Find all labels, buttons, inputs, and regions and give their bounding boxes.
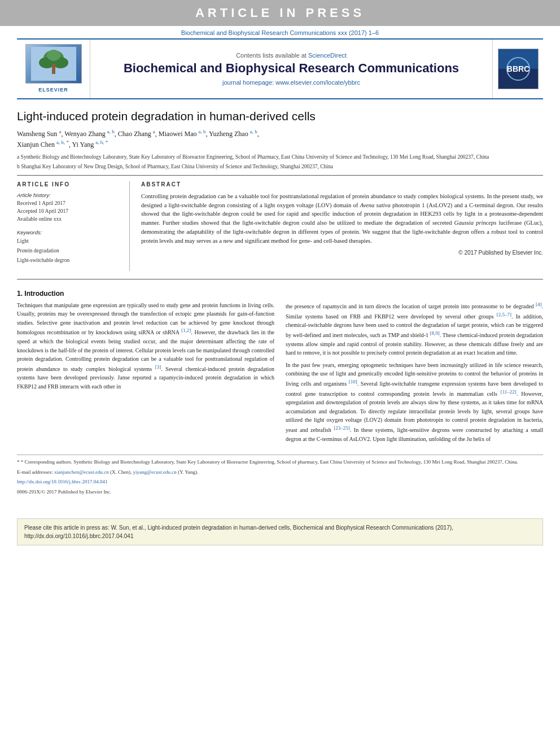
authors-line: Wansheng Sun a, Wenyao Zhang a, b, Chao … (17, 128, 543, 150)
intro-p2: the presence of rapamycin and in turn di… (286, 301, 543, 357)
keyword-3: Light-switchable degron (17, 256, 121, 265)
paper-title: Light-induced protein degradation in hum… (17, 108, 543, 124)
bbrc-logo-box: BBRC (498, 49, 539, 89)
doi-line: http://dx.doi.org/10.1016/j.bbrc.2017.04… (17, 478, 543, 486)
citation-bar: Please cite this article in press as: W.… (17, 518, 543, 545)
main-content: Light-induced protein degradation in hum… (0, 99, 560, 509)
journal-link-text: Biochemical and Biophysical Research Com… (181, 29, 379, 36)
introduction-section: 1. Introduction Techniques that manipula… (17, 290, 543, 447)
affiliation-b: b Shanghai Key Laboratory of New Drug De… (17, 163, 543, 171)
available-text: Available online xxx (17, 215, 121, 223)
footnote-corresponding: * * Corresponding authors. Synthetic Bio… (17, 458, 543, 466)
email1-link[interactable]: xianjunchen@ecust.edu.cn (54, 469, 109, 475)
ref-10[interactable]: [10] (349, 379, 357, 385)
article-info-label: ARTICLE INFO (17, 181, 121, 187)
banner-text: ARTICLE IN PRESS (195, 6, 365, 20)
history-label: Article history: (17, 192, 121, 198)
article-info-col: ARTICLE INFO Article history: Received 1… (17, 181, 130, 271)
ref-1-2[interactable]: [1,2] (181, 327, 191, 333)
intro-p1: Techniques that manipulate gene expressi… (17, 301, 274, 391)
introduction-heading: 1. Introduction (17, 290, 543, 298)
keyword-2: Protein degradation (17, 246, 121, 256)
keywords-list: Light Protein degradation Light-switchab… (17, 237, 121, 265)
svg-point-5 (47, 50, 60, 61)
ref-4[interactable]: [4] (536, 302, 542, 307)
corresponding-text: * Corresponding authors. Synthetic Biolo… (21, 459, 518, 465)
received-text: Received 1 April 2017 (17, 199, 121, 207)
elsevier-logo-box (25, 44, 82, 84)
journal-link-line: Biochemical and Biophysical Research Com… (0, 26, 560, 38)
footnotes-section: * * Corresponding authors. Synthetic Bio… (17, 455, 543, 496)
elsevier-label: ELSEVIER (38, 86, 68, 94)
svg-rect-4 (52, 64, 55, 74)
footnote-email: E-mail addresses: xianjunchen@ecust.edu.… (17, 469, 543, 477)
article-in-press-banner: ARTICLE IN PRESS (0, 0, 560, 26)
journal-header-left: ELSEVIER (17, 40, 90, 98)
article-history-block: Article history: Received 1 April 2017 A… (17, 192, 121, 224)
article-info-abstract-section: ARTICLE INFO Article history: Received 1… (17, 181, 543, 271)
keywords-label: Keywords: (17, 229, 121, 235)
introduction-two-col: Techniques that manipulate gene expressi… (17, 301, 543, 447)
journal-header-right: BBRC (492, 40, 543, 98)
keyword-1: Light (17, 237, 121, 246)
ref-3[interactable]: [3] (155, 364, 161, 370)
abstract-label: ABSTRACT (141, 181, 543, 187)
doi-link[interactable]: http://dx.doi.org/10.1016/j.bbrc.2017.04… (17, 479, 108, 484)
email2-link[interactable]: yiyang@ecust.edu.cn (133, 469, 177, 475)
page-wrapper: ARTICLE IN PRESS Biochemical and Biophys… (0, 0, 560, 747)
accepted-text: Accepted 10 April 2017 (17, 207, 121, 215)
bbrc-logo-icon: BBRC (498, 49, 538, 89)
journal-title-header: Biochemical and Biophysical Research Com… (124, 61, 459, 76)
citation-text: Please cite this article in press as: W.… (24, 525, 453, 539)
intro-col-right: the presence of rapamycin and in turn di… (286, 301, 543, 447)
sciencedirect-link[interactable]: ScienceDirect (308, 52, 347, 59)
svg-text:BBRC: BBRC (506, 64, 529, 73)
journal-header-center: Contents lists available at ScienceDirec… (90, 40, 492, 98)
ref-11-22[interactable]: [11–22] (501, 389, 517, 395)
copyright-line: © 2017 Published by Elsevier Inc. (141, 250, 543, 256)
email2-name: (Y. Yang). (178, 469, 198, 475)
issn-text: 0006-291X/© 2017 Published by Elsevier I… (17, 489, 111, 495)
intro-p3: In the past few years, emerging optogene… (286, 361, 543, 443)
issn-line: 0006-291X/© 2017 Published by Elsevier I… (17, 488, 543, 496)
ref-2-5-7[interactable]: [2,5–7] (497, 312, 511, 317)
intro-col-left: Techniques that manipulate gene expressi… (17, 301, 274, 447)
ref-23-25[interactable]: [23–25] (334, 425, 350, 431)
journal-homepage: journal homepage: www.elsevier.com/locat… (222, 79, 360, 86)
email1-name: (X. Chen), (110, 469, 132, 475)
divider-top (17, 175, 543, 176)
journal-header: ELSEVIER Contents lists available at Sci… (17, 38, 543, 99)
elsevier-tree-icon (31, 47, 76, 81)
abstract-text: Controlling protein degradation can be a… (141, 192, 543, 246)
contents-line: Contents lists available at ScienceDirec… (236, 52, 347, 59)
homepage-url[interactable]: www.elsevier.com/locate/ybbrc (275, 79, 360, 86)
affiliations: a Synthetic Biology and Biotechnology La… (17, 153, 543, 171)
footnote-star: * (17, 459, 21, 465)
abstract-col: ABSTRACT Controlling protein degradation… (141, 181, 543, 271)
email-label: E-mail addresses: (17, 469, 53, 475)
divider-middle (17, 279, 543, 279)
keywords-block: Keywords: Light Protein degradation Ligh… (17, 229, 121, 265)
ref-8-9[interactable]: [8,9] (430, 330, 440, 336)
affiliation-a: a Synthetic Biology and Biotechnology La… (17, 153, 543, 161)
